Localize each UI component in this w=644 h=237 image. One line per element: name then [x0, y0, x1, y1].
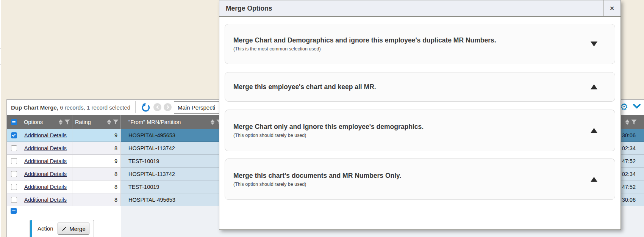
perspective-value: Main Perspecti — [178, 104, 215, 111]
mrn-value: TEST-10019 — [128, 158, 159, 164]
mrn-value: HOSPITAL-113742 — [128, 145, 175, 151]
footer-select-all-checkbox[interactable] — [11, 208, 17, 214]
filter-icon[interactable] — [631, 119, 637, 125]
select-all-checkbox[interactable] — [11, 119, 17, 125]
merge-option-subtitle: (This option should rarely be used) — [233, 133, 581, 138]
chevron-down-icon[interactable] — [633, 103, 641, 111]
accordion-arrow[interactable] — [591, 128, 597, 133]
gear-icon[interactable]: ⚙ — [620, 102, 628, 112]
rating-value: 8 — [114, 171, 117, 177]
merge-option-panel[interactable]: Merge this chart's documents and MR Numb… — [225, 159, 615, 200]
time-value: 30:06 — [622, 197, 636, 203]
row-checkbox[interactable] — [11, 197, 17, 203]
mrn-value: TEST-10019 — [128, 184, 159, 190]
header-rating[interactable]: Rating — [72, 115, 121, 129]
sort-icon[interactable] — [107, 119, 111, 125]
refresh-icon[interactable] — [141, 102, 150, 112]
next-page-icon[interactable] — [164, 103, 172, 111]
accordion-arrow[interactable] — [591, 85, 597, 89]
rating-value: 9 — [114, 132, 117, 138]
grid-record-count: 6 records, 1 record selected — [58, 104, 130, 111]
additional-details-link[interactable]: Additional Details — [24, 158, 67, 164]
merge-option-panel[interactable]: Merge this employee's chart and keep all… — [225, 72, 615, 102]
merge-option-title: Merge this chart's documents and MR Numb… — [233, 172, 581, 180]
grid-title: Dup Chart Merge, 6 records, 1 record sel… — [7, 104, 130, 111]
merge-button-label: Merge — [69, 226, 86, 232]
merge-button[interactable]: Merge — [58, 223, 89, 235]
row-checkbox[interactable] — [11, 145, 17, 151]
rating-value: 9 — [114, 158, 117, 164]
sort-icon[interactable] — [211, 119, 214, 125]
time-value: 02:34 — [622, 145, 636, 151]
rating-value: 8 — [114, 197, 117, 203]
time-value: 30:06 — [622, 132, 636, 138]
time-value: 02:34 — [622, 171, 636, 177]
merge-option-subtitle: (This option should rarely be used) — [233, 182, 581, 187]
mrn-value: HOSPITAL-495653 — [128, 197, 175, 203]
screen: Dup Chart Merge, 6 records, 1 record sel… — [0, 0, 644, 237]
merge-option-panel[interactable]: Merge Chart and Demographics and ignore … — [225, 24, 615, 64]
merge-option-title: Merge Chart and Demographics and ignore … — [233, 36, 581, 44]
header-options[interactable]: Options — [21, 115, 72, 129]
additional-details-link[interactable]: Additional Details — [24, 184, 67, 190]
sort-icon[interactable] — [59, 119, 63, 125]
previous-page-icon[interactable] — [153, 103, 161, 111]
merge-options-dialog: Merge Options × Merge Chart and Demograp… — [219, 0, 621, 230]
sort-icon[interactable] — [625, 119, 629, 125]
filter-icon[interactable] — [113, 119, 119, 125]
time-value: 47:52 — [622, 184, 636, 190]
mrn-value: HOSPITAL-495653 — [128, 132, 175, 138]
row-checkbox[interactable] — [11, 132, 17, 138]
header-options-label: Options — [21, 119, 43, 125]
additional-details-link[interactable]: Additional Details — [24, 171, 67, 177]
merge-option-subtitle: (This is the most common selection used) — [233, 46, 581, 52]
header-rating-label: Rating — [72, 119, 91, 125]
merge-option-title: Merge Chart only and ignore this employe… — [233, 123, 581, 131]
dialog-titlebar: Merge Options × — [219, 0, 621, 17]
toolbar-divider — [135, 101, 136, 113]
mrn-value: HOSPITAL-113742 — [128, 171, 175, 177]
grid-title-name: Dup Chart Merge, — [11, 104, 58, 111]
row-checkbox[interactable] — [11, 184, 17, 190]
rating-value: 8 — [114, 184, 117, 190]
action-accent-bar — [30, 220, 32, 237]
dialog-title: Merge Options — [219, 0, 603, 16]
time-value: 47:52 — [622, 158, 636, 164]
row-checkbox[interactable] — [11, 158, 17, 164]
merge-arrows-icon — [61, 226, 67, 232]
left-pane-edge — [0, 0, 1, 237]
accordion-arrow[interactable] — [591, 42, 597, 47]
header-from-mrn-label: "From" MRN/Partition — [121, 119, 181, 125]
additional-details-link[interactable]: Additional Details — [24, 145, 67, 151]
filter-icon[interactable] — [64, 119, 70, 125]
accordion-arrow[interactable] — [591, 177, 597, 182]
header-select-all-cell — [7, 115, 21, 129]
rating-value: 8 — [114, 145, 117, 151]
additional-details-link[interactable]: Additional Details — [24, 197, 67, 203]
additional-details-link[interactable]: Additional Details — [24, 132, 67, 138]
close-icon[interactable]: × — [603, 0, 621, 16]
dialog-body: Merge Chart and Demographics and ignore … — [219, 17, 621, 229]
row-checkbox[interactable] — [11, 171, 17, 177]
merge-option-title: Merge this employee's chart and keep all… — [233, 83, 581, 91]
merge-option-panel[interactable]: Merge Chart only and ignore this employe… — [225, 110, 615, 151]
action-panel: Action Merge — [30, 220, 94, 237]
action-label: Action — [38, 225, 53, 232]
